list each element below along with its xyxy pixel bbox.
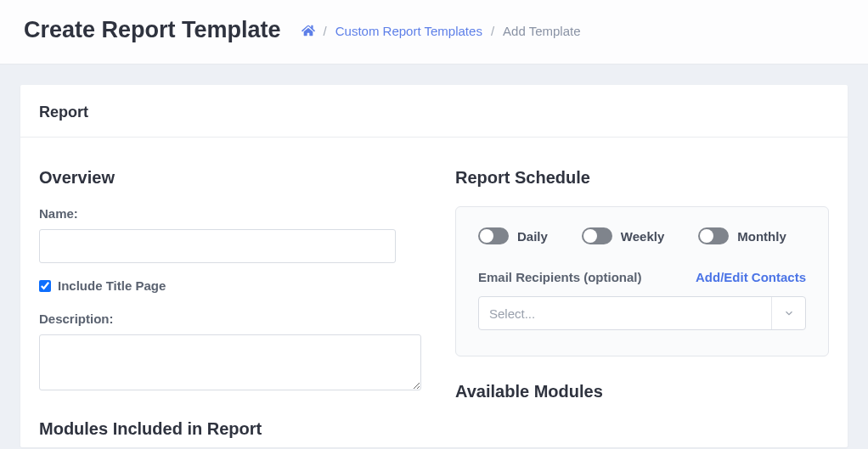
chevron-down-icon	[771, 297, 805, 329]
weekly-toggle-label: Weekly	[621, 229, 664, 244]
monthly-toggle-label: Monthly	[737, 229, 786, 244]
include-title-page-checkbox[interactable]	[39, 280, 51, 292]
page-title: Create Report Template	[24, 17, 281, 43]
available-modules-heading: Available Modules	[455, 382, 829, 401]
name-input[interactable]	[39, 229, 396, 263]
overview-column: Overview Name: Include Title Page Descri…	[39, 168, 421, 439]
breadcrumb-link-templates[interactable]: Custom Report Templates	[335, 24, 482, 38]
modules-included-heading: Modules Included in Report	[39, 419, 421, 439]
page-header: Create Report Template / Custom Report T…	[0, 0, 868, 65]
overview-heading: Overview	[39, 168, 421, 188]
recipients-select-placeholder: Select...	[479, 297, 771, 329]
toggle-row: Daily Weekly Monthly	[478, 227, 806, 244]
monthly-toggle[interactable]	[698, 227, 729, 244]
recipients-row: Email Recipients (optional) Add/Edit Con…	[478, 270, 806, 284]
schedule-heading: Report Schedule	[455, 168, 829, 188]
daily-toggle-label: Daily	[517, 229, 548, 244]
card-body: Overview Name: Include Title Page Descri…	[20, 138, 848, 447]
breadcrumb-separator: /	[324, 24, 327, 38]
name-label: Name:	[39, 206, 421, 221]
recipients-label: Email Recipients (optional)	[478, 270, 642, 284]
description-label: Description:	[39, 311, 421, 326]
breadcrumb-current: Add Template	[503, 24, 580, 38]
content-wrap: Report Overview Name: Include Title Page…	[0, 65, 868, 447]
include-title-page-row: Include Title Page	[39, 278, 421, 293]
recipients-select[interactable]: Select...	[478, 296, 806, 330]
toggle-item-monthly: Monthly	[698, 227, 786, 244]
add-edit-contacts-link[interactable]: Add/Edit Contacts	[696, 270, 806, 284]
toggle-item-weekly: Weekly	[582, 227, 664, 244]
report-card: Report Overview Name: Include Title Page…	[20, 85, 848, 447]
card-header: Report	[20, 85, 848, 138]
daily-toggle[interactable]	[478, 227, 509, 244]
breadcrumb: / Custom Report Templates / Add Template	[302, 24, 581, 38]
schedule-box: Daily Weekly Monthly Email Recipients (o…	[455, 206, 829, 356]
schedule-column: Report Schedule Daily Weekly	[455, 168, 829, 439]
description-textarea[interactable]	[39, 334, 421, 390]
card-title: Report	[39, 104, 829, 121]
home-icon[interactable]	[302, 24, 315, 37]
breadcrumb-separator: /	[491, 24, 494, 38]
weekly-toggle[interactable]	[582, 227, 612, 244]
toggle-item-daily: Daily	[478, 227, 548, 244]
include-title-page-label: Include Title Page	[58, 278, 166, 293]
